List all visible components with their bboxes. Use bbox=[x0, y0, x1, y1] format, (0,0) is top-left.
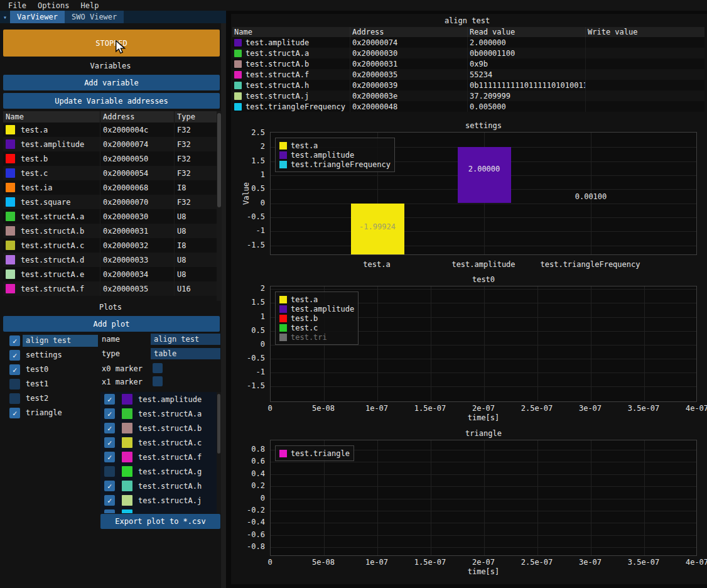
legend-item-test-amplitude[interactable]: test.amplitude bbox=[279, 150, 391, 160]
variable-row[interactable]: test.ia0x20000068I8 bbox=[3, 180, 217, 195]
series-color-swatch[interactable] bbox=[122, 509, 132, 513]
series-color-swatch[interactable] bbox=[122, 452, 132, 462]
series-color-swatch[interactable] bbox=[122, 408, 132, 419]
checkbox[interactable]: ✓ bbox=[9, 408, 20, 418]
series-row-test-structa-b[interactable]: ✓test.structA.b bbox=[100, 421, 217, 435]
plot-list-item-test0[interactable]: ✓test0 bbox=[3, 362, 98, 377]
checkbox[interactable]: ✓ bbox=[9, 350, 20, 361]
series-row-test-structa-a[interactable]: ✓test.structA.a bbox=[100, 406, 217, 421]
legend-item-test-a[interactable]: test.a bbox=[279, 295, 354, 304]
series-row-test-structa-g[interactable]: test.structA.g bbox=[100, 464, 217, 479]
update-addresses-button[interactable]: Update Variable addresses bbox=[3, 93, 220, 109]
checkbox[interactable]: ✓ bbox=[104, 452, 115, 462]
legend-item-test-c[interactable]: test.c bbox=[279, 323, 354, 332]
menu-file[interactable]: File bbox=[3, 1, 32, 10]
color-swatch[interactable] bbox=[6, 154, 15, 163]
color-swatch[interactable] bbox=[6, 255, 15, 264]
series-row-test-structa-j[interactable]: ✓test.structA.j bbox=[100, 493, 217, 508]
color-swatch[interactable] bbox=[6, 212, 15, 221]
series-color-swatch[interactable] bbox=[122, 437, 132, 448]
menu-options[interactable]: Options bbox=[32, 1, 75, 10]
plot-list-item-test1[interactable]: test1 bbox=[3, 377, 98, 391]
color-swatch[interactable] bbox=[6, 241, 15, 250]
export-csv-button[interactable]: Export plot to *.csv bbox=[100, 514, 220, 529]
checkbox[interactable]: ✓ bbox=[104, 394, 115, 405]
color-swatch[interactable] bbox=[6, 183, 15, 192]
series-color-swatch[interactable] bbox=[122, 495, 132, 506]
variable-row[interactable]: test.structA.e0x20000034U8 bbox=[3, 267, 217, 281]
checkbox[interactable]: ✓ bbox=[104, 495, 115, 506]
checkbox[interactable] bbox=[104, 466, 115, 477]
column-header-name[interactable]: Name bbox=[3, 111, 100, 122]
color-swatch[interactable] bbox=[6, 226, 15, 236]
series-row-test-structa-h[interactable]: ✓test.structA.h bbox=[100, 479, 217, 493]
plot-list-item-settings[interactable]: ✓settings bbox=[3, 348, 98, 362]
plot-list-item-triangle[interactable]: ✓triangle bbox=[3, 406, 98, 420]
variable-row[interactable]: test.c0x20000054F32 bbox=[3, 166, 217, 180]
color-swatch[interactable] bbox=[6, 168, 15, 178]
variable-row[interactable]: test.structA.c0x20000032I8 bbox=[3, 238, 217, 253]
add-variable-button[interactable]: Add variable bbox=[3, 75, 220, 90]
color-swatch[interactable] bbox=[6, 139, 15, 149]
scrollbar-thumb[interactable] bbox=[217, 113, 221, 207]
series-color-swatch[interactable] bbox=[122, 394, 132, 405]
checkbox[interactable]: ✓ bbox=[104, 423, 115, 433]
legend-item-test-b[interactable]: test.b bbox=[279, 313, 354, 323]
column-header-address[interactable]: Address bbox=[100, 111, 175, 122]
checkbox[interactable] bbox=[9, 393, 20, 404]
checkbox[interactable]: ✓ bbox=[104, 408, 115, 419]
variable-row[interactable]: test.structA.f0x20000035U16 bbox=[3, 281, 217, 296]
legend-item-test-triangle[interactable]: test.triangle bbox=[279, 449, 350, 458]
legend-label: test.amplitude bbox=[291, 305, 354, 313]
series-color-swatch[interactable] bbox=[122, 466, 132, 477]
tab-varviewer[interactable]: VarViewer bbox=[10, 11, 65, 23]
variable-row[interactable]: test.structA.b0x20000031U8 bbox=[3, 224, 217, 238]
variable-row[interactable]: test.square0x20000070F32 bbox=[3, 195, 217, 209]
column-header-type[interactable]: Type bbox=[175, 111, 217, 122]
variable-row[interactable]: test.structA.d0x20000033U8 bbox=[3, 253, 217, 267]
x-tick-label: 1.5e-07 bbox=[405, 558, 455, 567]
tab-swo-viewer[interactable]: SWO Viewer bbox=[65, 11, 124, 23]
legend-item-test-amplitude[interactable]: test.amplitude bbox=[279, 304, 354, 313]
plot-list-item-test2[interactable]: test2 bbox=[3, 391, 98, 406]
legend-item-test-a[interactable]: test.a bbox=[279, 141, 391, 150]
window-menu-icon[interactable]: ▾ bbox=[0, 11, 10, 23]
legend-item-test-trianglefrequency[interactable]: test.triangleFrequency bbox=[279, 160, 391, 169]
checkbox[interactable] bbox=[9, 379, 20, 389]
x0-marker-checkbox[interactable] bbox=[153, 363, 163, 373]
panel-scrollbar[interactable] bbox=[221, 23, 226, 588]
checkbox[interactable]: ✓ bbox=[104, 481, 115, 491]
variable-row[interactable]: test.structA.a0x20000030U8 bbox=[3, 209, 217, 224]
variable-type: U8 bbox=[175, 267, 217, 281]
variable-row[interactable]: test.a0x2000004cF32 bbox=[3, 122, 217, 137]
checkbox[interactable]: ✓ bbox=[104, 437, 115, 448]
variable-table-scrollbar[interactable] bbox=[217, 111, 222, 301]
color-swatch[interactable] bbox=[6, 125, 15, 134]
checkbox[interactable]: ✓ bbox=[9, 335, 20, 346]
stopped-button[interactable]: STOPPED bbox=[3, 30, 220, 57]
checkbox[interactable]: ✓ bbox=[9, 364, 20, 375]
series-color-swatch[interactable] bbox=[122, 481, 132, 491]
series-row-item[interactable]: ✓ bbox=[100, 508, 217, 513]
color-swatch[interactable] bbox=[6, 284, 15, 293]
plot-type-combo[interactable]: table bbox=[151, 348, 220, 359]
plot-list-item-align-test[interactable]: ✓align test bbox=[3, 334, 98, 348]
menu-help[interactable]: Help bbox=[75, 1, 104, 10]
variable-type: U8 bbox=[175, 253, 217, 267]
legend-item-test-tri[interactable]: test.tri bbox=[279, 332, 354, 342]
x-tick-label: 3.5e-07 bbox=[618, 404, 669, 413]
plot-name-input[interactable]: align test bbox=[151, 334, 220, 345]
series-color-swatch[interactable] bbox=[122, 423, 132, 433]
scrollbar-thumb[interactable] bbox=[217, 394, 220, 454]
color-swatch[interactable] bbox=[6, 270, 15, 279]
add-plot-button[interactable]: Add plot bbox=[3, 316, 220, 332]
series-row-test-structa-c[interactable]: ✓test.structA.c bbox=[100, 435, 217, 450]
series-list-scrollbar[interactable] bbox=[217, 392, 221, 513]
series-row-test-structa-f[interactable]: ✓test.structA.f bbox=[100, 450, 217, 464]
series-row-test-amplitude[interactable]: ✓test.amplitude bbox=[100, 392, 217, 406]
x1-marker-checkbox[interactable] bbox=[153, 376, 163, 386]
color-swatch[interactable] bbox=[6, 197, 15, 207]
checkbox[interactable]: ✓ bbox=[104, 509, 115, 513]
variable-row[interactable]: test.b0x20000050F32 bbox=[3, 151, 217, 166]
variable-row[interactable]: test.amplitude0x20000074F32 bbox=[3, 137, 217, 151]
